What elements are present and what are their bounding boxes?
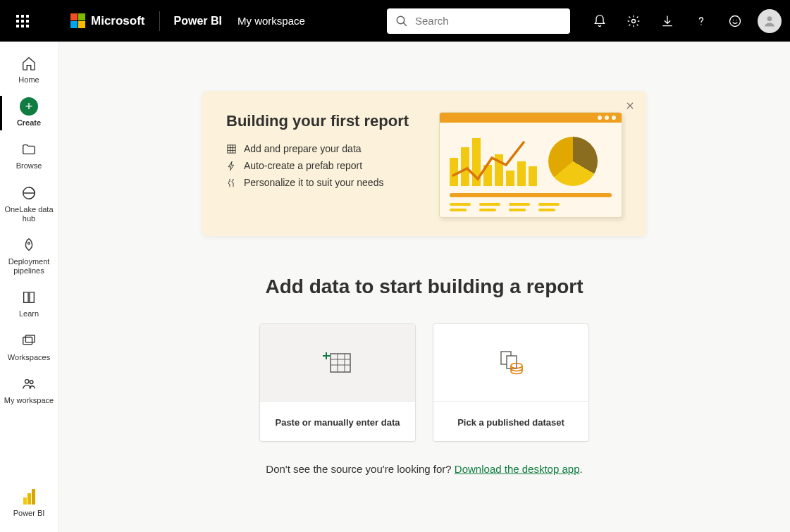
enter-data-icon	[322, 349, 353, 376]
top-header: Microsoft Power BI My workspace	[0, 0, 790, 42]
svg-point-4	[730, 16, 741, 26]
card-paste-data[interactable]: Paste or manually enter data	[259, 323, 416, 442]
nav-deployment[interactable]: Deployment pipelines	[0, 230, 58, 283]
svg-rect-14	[228, 144, 235, 152]
svg-point-9	[28, 242, 30, 245]
download-icon	[660, 14, 674, 28]
person-icon	[763, 14, 777, 28]
gear-icon	[627, 14, 641, 28]
workspaces-icon	[21, 333, 37, 349]
nav-onelake[interactable]: OneLake data hub	[0, 178, 58, 230]
onelake-icon	[21, 185, 37, 201]
table-icon	[226, 144, 237, 154]
close-icon	[625, 101, 635, 111]
feedback-button[interactable]	[720, 6, 751, 37]
svg-point-6	[736, 19, 737, 20]
banner-step-3: Personalize it to suit your needs	[226, 177, 432, 188]
account-avatar[interactable]	[758, 9, 782, 33]
notifications-button[interactable]	[584, 6, 615, 37]
brand-text: Microsoft	[91, 14, 145, 28]
nav-learn[interactable]: Learn	[0, 283, 58, 326]
nav-create[interactable]: + Create	[0, 92, 58, 135]
help-button[interactable]	[686, 6, 717, 37]
svg-point-2	[632, 19, 636, 23]
footer-text: Don't see the source you're looking for?…	[58, 463, 790, 475]
people-icon	[21, 376, 37, 392]
banner-step-2: Auto-create a prefab report	[226, 160, 432, 171]
question-icon	[694, 14, 708, 28]
download-desktop-link[interactable]: Download the desktop app	[455, 463, 580, 475]
banner-illustration	[439, 112, 622, 218]
banner-title: Building your first report	[226, 112, 432, 130]
plus-circle-icon: +	[20, 97, 38, 116]
card-pick-dataset[interactable]: Pick a published dataset	[433, 323, 589, 442]
app-launcher-button[interactable]	[8, 7, 37, 35]
search-icon	[395, 15, 408, 27]
svg-point-12	[25, 379, 30, 383]
svg-point-0	[397, 16, 405, 24]
svg-rect-11	[25, 335, 35, 342]
svg-line-1	[403, 23, 407, 26]
microsoft-logo[interactable]: Microsoft	[70, 13, 145, 28]
main-content: Building your first report Add and prepa…	[58, 42, 790, 532]
dataset-icon	[495, 349, 526, 377]
card-label: Pick a published dataset	[433, 402, 588, 443]
lightning-icon	[226, 161, 237, 171]
search-box[interactable]	[387, 8, 570, 34]
settings-button[interactable]	[618, 6, 649, 37]
download-button[interactable]	[652, 6, 683, 37]
svg-rect-15	[331, 354, 350, 372]
book-icon	[21, 290, 37, 305]
line-overlay	[450, 137, 531, 186]
folder-icon	[21, 142, 37, 157]
left-nav: Home + Create Browse OneLake data hub De…	[0, 42, 58, 532]
waffle-icon	[16, 15, 29, 27]
section-heading: Add data to start building a report	[58, 276, 790, 298]
rocket-icon	[21, 237, 37, 253]
header-divider	[159, 11, 160, 31]
smiley-icon	[728, 14, 742, 28]
nav-powerbi[interactable]: Power BI	[0, 482, 58, 525]
bell-icon	[593, 14, 607, 28]
svg-rect-10	[23, 337, 32, 344]
first-report-banner: Building your first report Add and prepa…	[202, 91, 646, 236]
card-label: Paste or manually enter data	[260, 402, 415, 443]
svg-point-13	[30, 381, 33, 384]
svg-point-5	[733, 19, 734, 20]
home-icon	[21, 56, 37, 71]
nav-browse[interactable]: Browse	[0, 135, 58, 178]
product-name[interactable]: Power BI	[174, 15, 222, 27]
nav-home[interactable]: Home	[0, 49, 58, 92]
banner-close-button[interactable]	[625, 101, 635, 111]
svg-point-7	[767, 16, 772, 21]
banner-step-1: Add and prepare your data	[226, 143, 432, 154]
nav-workspaces[interactable]: Workspaces	[0, 326, 58, 369]
nav-my-workspace[interactable]: My workspace	[0, 369, 58, 412]
workspace-breadcrumb[interactable]: My workspace	[237, 15, 305, 27]
powerbi-icon	[23, 489, 35, 505]
search-input[interactable]	[415, 15, 562, 27]
svg-point-3	[700, 24, 701, 25]
customize-icon	[226, 178, 237, 188]
